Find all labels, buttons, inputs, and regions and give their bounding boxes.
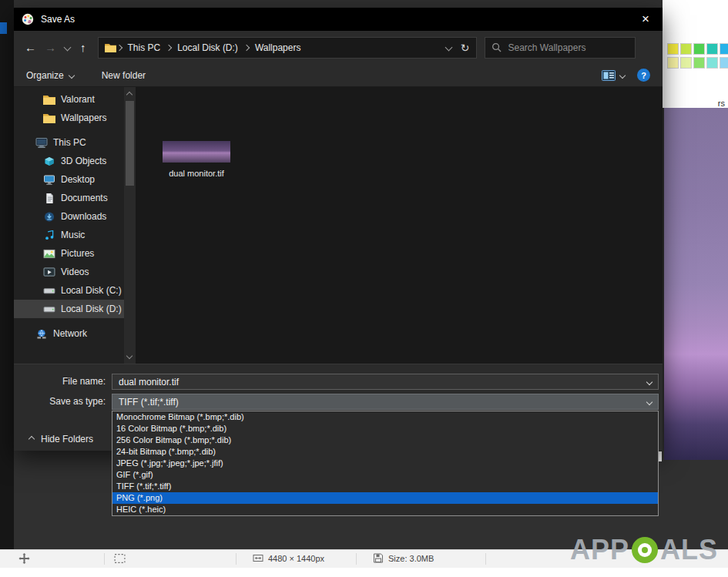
sidebar-item-local-disk-d[interactable]: Local Disk (D:) <box>14 300 136 318</box>
color-swatch[interactable] <box>680 57 692 69</box>
save-as-type-select[interactable]: TIFF (*.tif;*.tiff) <box>112 394 659 410</box>
color-swatch[interactable] <box>693 57 705 69</box>
pictures-icon <box>43 249 55 259</box>
file-name-field-label: File name: <box>14 376 106 387</box>
music-icon <box>43 230 55 240</box>
sidebar-item-label: Wallpapers <box>61 112 107 123</box>
color-swatch[interactable] <box>720 43 728 55</box>
chevron-down-icon <box>646 378 653 384</box>
file-type-option[interactable]: JPEG (*.jpg;*.jpeg;*.jpe;*.jfif) <box>112 458 658 469</box>
color-swatch[interactable] <box>667 57 679 69</box>
forward-button[interactable]: → <box>45 41 56 54</box>
file-type-dropdown: Monochrome Bitmap (*.bmp;*.dib)16 Color … <box>112 411 659 516</box>
folder-icon <box>43 95 55 105</box>
file-type-option[interactable]: 16 Color Bitmap (*.bmp;*.dib) <box>112 423 658 434</box>
paint-canvas-wallpaper <box>664 108 728 460</box>
file-type-option[interactable]: PNG (*.png) <box>112 492 658 504</box>
address-bar[interactable]: This PCLocal Disk (D:)Wallpapers ↻ <box>98 37 477 59</box>
new-folder-button[interactable]: New folder <box>102 70 146 81</box>
close-button[interactable]: × <box>629 8 663 31</box>
sidebar-item-valorant[interactable]: Valorant <box>14 90 136 109</box>
file-type-option[interactable]: 256 Color Bitmap (*.bmp;*.dib) <box>112 434 658 446</box>
sidebar-item-videos[interactable]: Videos <box>14 263 136 281</box>
paint-window-left-edge <box>0 0 14 549</box>
canvas-size-icon <box>253 553 263 563</box>
scrollbar-thumb[interactable] <box>126 101 134 186</box>
refresh-button[interactable]: ↻ <box>461 42 470 54</box>
search-icon <box>491 42 502 52</box>
save-type-value: TIFF (*.tif;*.tiff) <box>119 397 179 408</box>
screen: rs 4480 × 1440px Size: 3.0MB APP <box>0 0 728 577</box>
sidebar-item-documents[interactable]: Documents <box>14 189 136 207</box>
sidebar-item-wallpapers[interactable]: Wallpapers <box>14 109 136 127</box>
navigation-row: ← → ↑ This PCLocal Disk (D:)Wallpapers ↻ <box>14 31 663 64</box>
breadcrumb-item[interactable]: Wallpapers <box>250 42 307 53</box>
file-type-option[interactable]: 24-bit Bitmap (*.bmp;*.dib) <box>112 446 658 458</box>
statusbar-separator <box>356 553 357 565</box>
scroll-down-icon[interactable] <box>126 353 133 359</box>
sidebar-item-network[interactable]: Network <box>14 324 136 343</box>
sidebar-item-music[interactable]: Music <box>14 226 136 244</box>
recent-locations-icon[interactable] <box>64 44 72 52</box>
file-name-value: dual monitor.tif <box>119 377 179 387</box>
color-swatch[interactable] <box>706 43 718 55</box>
sidebar-item-label: Downloads <box>61 211 106 222</box>
palette-row1 <box>667 43 728 55</box>
chevron-down-icon <box>646 398 653 404</box>
sidebar-item-3d-objects[interactable]: 3D Objects <box>14 152 136 170</box>
views-button[interactable] <box>602 70 625 81</box>
chevron-down-icon <box>619 72 626 78</box>
sidebar-item-downloads[interactable]: Downloads <box>14 207 136 226</box>
file-size-icon <box>373 553 384 563</box>
scroll-up-icon[interactable] <box>126 92 133 98</box>
chevron-down-icon <box>68 72 74 78</box>
file-name-input[interactable]: dual monitor.tif <box>112 374 659 390</box>
statusbar-separator <box>485 553 486 565</box>
color-swatch[interactable] <box>706 57 718 69</box>
file-type-option[interactable]: TIFF (*.tif;*.tiff) <box>112 481 658 492</box>
sidebar-item-label: Network <box>53 328 87 339</box>
file-name-text: dual monitor.tif <box>154 169 239 178</box>
sidebar-item-this-pc[interactable]: This PC <box>14 133 136 152</box>
downloads-icon <box>43 212 55 222</box>
network-icon <box>35 329 48 339</box>
back-button[interactable]: ← <box>25 41 36 54</box>
sidebar-scrollbar[interactable] <box>124 87 136 364</box>
sidebar-item-label: Videos <box>61 267 89 277</box>
help-button[interactable]: ? <box>637 69 650 82</box>
sidebar-item-label: Local Disk (D:) <box>61 304 122 314</box>
address-dropdown-icon[interactable] <box>445 44 452 52</box>
dialog-title-bar: Save As × <box>14 8 663 31</box>
cursor-position-icon <box>18 553 30 564</box>
file-item[interactable]: dual monitor.tif <box>154 141 239 178</box>
organize-label: Organize <box>26 70 64 81</box>
color-swatch[interactable] <box>667 43 679 55</box>
sidebar-item-pictures[interactable]: Pictures <box>14 244 136 263</box>
organize-button[interactable]: Organize <box>26 70 74 81</box>
breadcrumb-item[interactable]: Local Disk (D:) <box>172 42 243 53</box>
disk-icon <box>43 286 55 296</box>
search-input[interactable] <box>507 42 629 54</box>
dialog-title: Save As <box>41 14 75 25</box>
hide-folders-button[interactable]: Hide Folders <box>23 431 99 448</box>
breadcrumb-separator-icon <box>243 44 250 50</box>
sidebar-item-label: Documents <box>61 193 108 203</box>
file-size: Size: 3.0MB <box>388 554 434 563</box>
color-swatch[interactable] <box>720 57 728 69</box>
color-swatch[interactable] <box>680 43 692 55</box>
window-bottom-strip <box>0 568 728 577</box>
paint-app-icon <box>22 13 34 25</box>
search-box[interactable] <box>485 37 636 59</box>
sidebar-item-label: Valorant <box>61 94 95 105</box>
file-type-option[interactable]: HEIC (*.heic) <box>112 504 658 515</box>
watermark-text-left: APP <box>570 534 629 566</box>
file-type-option[interactable]: Monochrome Bitmap (*.bmp;*.dib) <box>112 411 658 423</box>
sidebar-item-local-disk-c[interactable]: Local Disk (C:) <box>14 281 136 300</box>
up-button[interactable]: ↑ <box>80 41 86 54</box>
sidebar-item-desktop[interactable]: Desktop <box>14 170 136 189</box>
folder-icon <box>43 113 55 123</box>
file-type-option[interactable]: GIF (*.gif) <box>112 469 658 481</box>
color-swatch[interactable] <box>693 43 705 55</box>
breadcrumb-item[interactable]: This PC <box>122 42 166 53</box>
desktop-icon <box>43 175 55 185</box>
